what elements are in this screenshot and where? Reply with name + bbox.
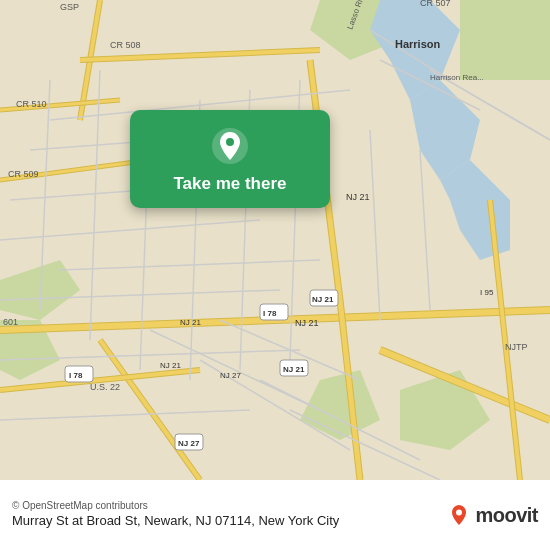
svg-text:601: 601 xyxy=(3,317,18,327)
svg-text:NJ 21: NJ 21 xyxy=(180,318,201,327)
svg-rect-4 xyxy=(460,0,550,80)
svg-text:CR 507: CR 507 xyxy=(420,0,451,8)
moovit-logo: moovit xyxy=(447,503,538,527)
svg-text:CR 508: CR 508 xyxy=(110,40,141,50)
svg-text:NJ 21: NJ 21 xyxy=(283,365,305,374)
footer-left: © OpenStreetMap contributors Murray St a… xyxy=(12,500,447,530)
footer: © OpenStreetMap contributors Murray St a… xyxy=(0,480,550,550)
moovit-pin-icon xyxy=(447,503,471,527)
svg-text:NJTP: NJTP xyxy=(505,342,528,352)
cta-label: Take me there xyxy=(173,174,286,194)
svg-text:NJ 21: NJ 21 xyxy=(312,295,334,304)
svg-point-86 xyxy=(456,510,462,516)
svg-text:NJ 21: NJ 21 xyxy=(160,361,181,370)
svg-point-85 xyxy=(226,138,234,146)
svg-text:Harrison Rea...: Harrison Rea... xyxy=(430,73,484,82)
svg-text:U.S. 22: U.S. 22 xyxy=(90,382,120,392)
svg-text:Harrison: Harrison xyxy=(395,38,441,50)
svg-text:I 78: I 78 xyxy=(263,309,277,318)
take-me-there-button[interactable]: Take me there xyxy=(130,110,330,208)
svg-text:I 95: I 95 xyxy=(480,288,494,297)
map-container: CR 508 CR 510 CR 509 CR 507 GSP NJ 21 NJ… xyxy=(0,0,550,480)
svg-text:NJ 21: NJ 21 xyxy=(346,192,370,202)
svg-text:NJ 27: NJ 27 xyxy=(178,439,200,448)
moovit-brand-text: moovit xyxy=(475,504,538,527)
address-text: Murray St at Broad St, Newark, NJ 07114,… xyxy=(12,513,447,530)
svg-text:NJ 21: NJ 21 xyxy=(295,318,319,328)
osm-credit: © OpenStreetMap contributors xyxy=(12,500,447,511)
svg-text:I 78: I 78 xyxy=(69,371,83,380)
svg-text:CR 510: CR 510 xyxy=(16,99,47,109)
location-pin-icon xyxy=(210,126,250,166)
map-svg: CR 508 CR 510 CR 509 CR 507 GSP NJ 21 NJ… xyxy=(0,0,550,480)
svg-text:CR 509: CR 509 xyxy=(8,169,39,179)
svg-text:NJ 27: NJ 27 xyxy=(220,371,241,380)
svg-text:GSP: GSP xyxy=(60,2,79,12)
